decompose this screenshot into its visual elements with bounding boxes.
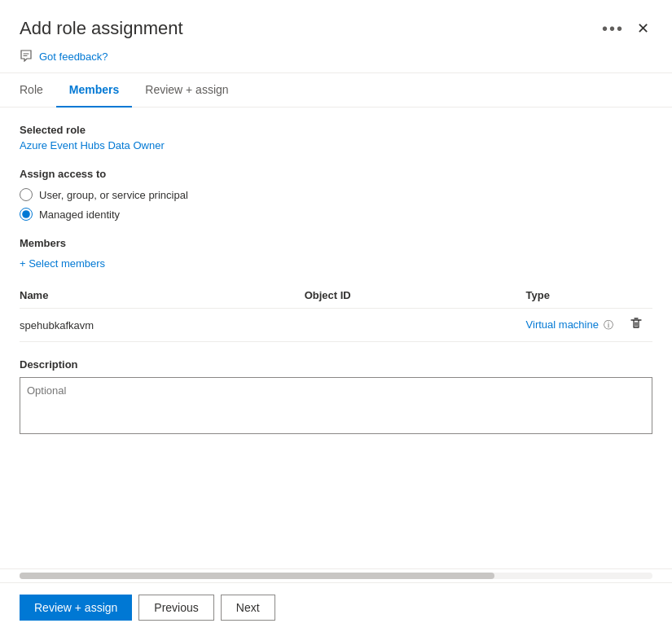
member-type: Virtual machine ⓘ — [526, 309, 621, 342]
radio-user-group[interactable]: User, group, or service principal — [20, 188, 652, 201]
table-header-row: Name Object ID Type — [20, 283, 652, 309]
dialog-header: Add role assignment ••• ✕ — [0, 0, 672, 41]
col-header-objectid: Object ID — [305, 283, 526, 309]
close-button[interactable]: ✕ — [634, 16, 652, 41]
selected-role-section: Selected role Azure Event Hubs Data Owne… — [20, 124, 652, 151]
dialog-content: Selected role Azure Event Hubs Data Owne… — [0, 108, 672, 568]
tab-role[interactable]: Role — [20, 73, 56, 108]
scroll-track[interactable] — [20, 573, 652, 579]
tab-review-assign[interactable]: Review + assign — [132, 73, 241, 108]
review-assign-button[interactable]: Review + assign — [20, 595, 132, 621]
add-role-assignment-dialog: Add role assignment ••• ✕ Got feedback? … — [0, 0, 672, 632]
description-label: Description — [20, 358, 652, 371]
radio-managed-identity-input[interactable] — [20, 208, 33, 221]
member-name: spehubkafkavm — [20, 309, 305, 342]
member-delete-cell — [621, 309, 652, 342]
dialog-title: Add role assignment — [20, 18, 183, 39]
tabs-bar: Role Members Review + assign — [0, 73, 672, 108]
info-icon[interactable]: ⓘ — [604, 319, 613, 331]
previous-button[interactable]: Previous — [138, 595, 213, 621]
members-label: Members — [20, 237, 652, 249]
scroll-thumb — [20, 573, 494, 579]
feedback-bar: Got feedback? — [0, 41, 672, 73]
radio-managed-identity[interactable]: Managed identity — [20, 208, 652, 221]
radio-managed-identity-label: Managed identity — [39, 208, 120, 221]
horizontal-scrollbar-area — [0, 568, 672, 582]
members-section: Members + Select members Name Object ID … — [20, 237, 652, 342]
col-header-type: Type — [526, 283, 621, 309]
selected-role-label: Selected role — [20, 124, 652, 136]
description-section: Description — [20, 358, 652, 437]
radio-user-group-input[interactable] — [20, 188, 33, 201]
assign-access-section: Assign access to User, group, or service… — [20, 168, 652, 221]
selected-role-value[interactable]: Azure Event Hubs Data Owner — [20, 139, 652, 151]
dialog-footer: Review + assign Previous Next — [0, 582, 672, 632]
feedback-icon — [20, 49, 33, 64]
col-header-action — [621, 283, 652, 309]
title-actions: ••• ✕ — [602, 16, 652, 41]
assign-access-label: Assign access to — [20, 168, 652, 180]
member-objectid — [305, 309, 526, 342]
description-textarea[interactable] — [20, 377, 652, 434]
close-icon: ✕ — [637, 20, 649, 37]
delete-member-icon[interactable] — [626, 315, 646, 336]
table-row: spehubkafkavm Virtual machine ⓘ — [20, 309, 652, 342]
member-type-link[interactable]: Virtual machine — [526, 318, 599, 331]
members-table: Name Object ID Type spehubkafkavm Virtua… — [20, 283, 652, 342]
select-members-button[interactable]: + Select members — [20, 257, 105, 270]
radio-user-group-label: User, group, or service principal — [39, 189, 188, 201]
feedback-link[interactable]: Got feedback? — [39, 50, 108, 63]
tab-members[interactable]: Members — [56, 73, 132, 108]
col-header-name: Name — [20, 283, 305, 309]
more-options-icon[interactable]: ••• — [602, 20, 624, 38]
next-button[interactable]: Next — [221, 595, 275, 621]
